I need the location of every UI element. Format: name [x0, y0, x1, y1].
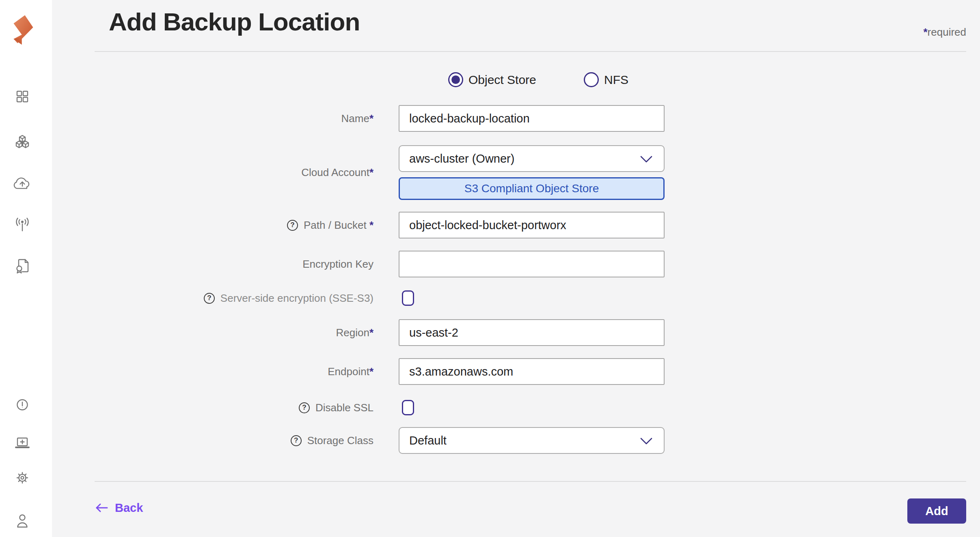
sse-checkbox[interactable]: [402, 290, 414, 306]
page-title: Add Backup Location: [109, 7, 360, 36]
chevron-down-icon: [639, 153, 653, 165]
encryption-key-label: Encryption Key: [0, 251, 373, 277]
disable-ssl-label: ? Disable SSL: [0, 400, 373, 415]
storage-class-label: ? Storage Class: [0, 427, 373, 454]
portworx-logo-icon[interactable]: [11, 9, 35, 49]
cloud-account-label: Cloud Account*: [0, 145, 373, 200]
path-bucket-input[interactable]: [399, 212, 665, 238]
disable-ssl-checkbox[interactable]: [402, 400, 414, 415]
cloud-account-dropdown[interactable]: aws-cluster (Owner): [399, 145, 665, 172]
radio-object-store-label: Object Store: [468, 73, 536, 87]
radio-object-store[interactable]: Object Store: [448, 72, 536, 87]
required-note: *required: [923, 26, 966, 39]
help-icon[interactable]: ?: [299, 402, 310, 413]
settings-gear-icon[interactable]: [13, 469, 31, 487]
cloud-account-value: aws-cluster (Owner): [409, 152, 514, 165]
region-label: Region*: [0, 319, 373, 346]
name-label: Name*: [0, 105, 373, 132]
profile-person-icon[interactable]: [13, 511, 31, 529]
s3-compliant-banner[interactable]: S3 Compliant Object Store: [399, 177, 665, 200]
header-divider: [95, 51, 966, 52]
name-input[interactable]: [399, 105, 665, 132]
back-link[interactable]: Back: [95, 499, 143, 517]
chevron-down-icon: [639, 435, 653, 447]
dashboard-grid-icon[interactable]: [13, 88, 31, 105]
sse-label: ? Server-side encryption (SSE-S3): [0, 290, 373, 306]
footer-divider: [95, 481, 966, 482]
region-input[interactable]: [399, 319, 665, 346]
add-button[interactable]: Add: [907, 498, 966, 524]
radio-nfs[interactable]: NFS: [584, 72, 628, 87]
endpoint-label: Endpoint*: [0, 358, 373, 385]
path-bucket-label: ? Path / Bucket *: [0, 212, 373, 238]
endpoint-input[interactable]: [399, 358, 665, 385]
storage-class-value: Default: [409, 434, 447, 447]
radio-selected-icon: [448, 72, 463, 87]
encryption-key-input[interactable]: [399, 251, 665, 277]
help-icon[interactable]: ?: [287, 220, 298, 231]
help-icon[interactable]: ?: [291, 435, 302, 446]
radio-unselected-icon: [584, 72, 599, 87]
radio-nfs-label: NFS: [604, 73, 628, 87]
storage-class-dropdown[interactable]: Default: [399, 427, 665, 454]
arrow-left-icon: [95, 502, 108, 513]
help-icon[interactable]: ?: [204, 293, 215, 304]
